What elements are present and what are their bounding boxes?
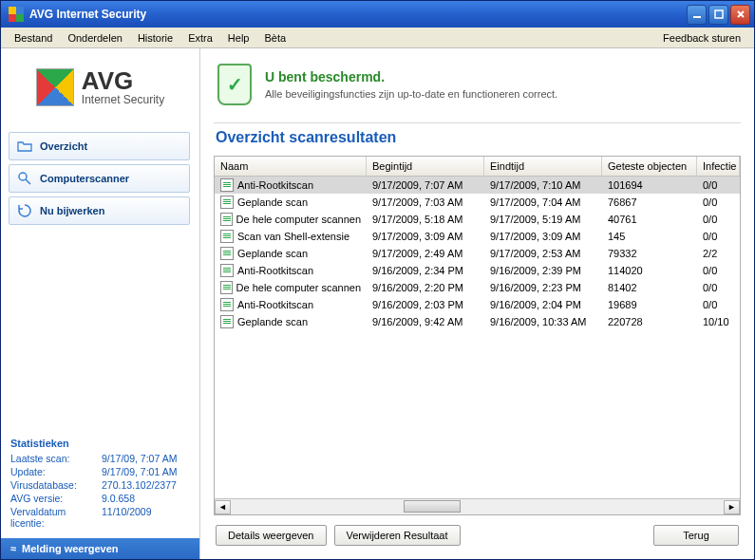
update-icon bbox=[17, 203, 32, 218]
table-row[interactable]: Geplande scan9/17/2009, 2:49 AM9/17/2009… bbox=[215, 245, 740, 262]
title-bar: AVG Internet Security bbox=[1, 1, 754, 28]
document-icon bbox=[220, 178, 234, 192]
cell-name: Geplande scan bbox=[215, 314, 367, 329]
col-begintijd[interactable]: Begintijd bbox=[367, 157, 484, 176]
col-infectie[interactable]: Infectie bbox=[697, 157, 740, 176]
cell-begin: 9/17/2009, 7:07 AM bbox=[367, 178, 484, 192]
horizontal-scrollbar[interactable]: ◄ ► bbox=[215, 498, 740, 514]
maximize-button[interactable] bbox=[708, 5, 728, 25]
table-row[interactable]: De hele computer scannen9/17/2009, 5:18 … bbox=[215, 211, 740, 228]
minimize-button[interactable] bbox=[687, 5, 707, 25]
table-row[interactable]: Scan van Shell-extensie9/17/2009, 3:09 A… bbox=[215, 228, 740, 245]
status-headline: U bent beschermd. bbox=[265, 69, 557, 84]
cell-end: 9/17/2009, 7:10 AM bbox=[484, 178, 602, 192]
cell-end: 9/16/2009, 2:23 PM bbox=[484, 281, 602, 294]
document-icon bbox=[220, 196, 234, 209]
scroll-thumb[interactable] bbox=[404, 500, 461, 513]
sidebar-item-nu-bijwerken[interactable]: Nu bijwerken bbox=[9, 196, 190, 225]
cell-infectie: 0/0 bbox=[697, 178, 740, 192]
scroll-right-button[interactable]: ► bbox=[724, 500, 740, 514]
stats-row: Update:9/17/09, 7:01 AM bbox=[10, 466, 190, 477]
logo-subtitle: Internet Security bbox=[82, 93, 164, 106]
sidebar-item-label: Computerscanner bbox=[40, 173, 129, 184]
page-title: Overzicht scanresultaten bbox=[214, 122, 741, 156]
content-area: Overzicht scanresultaten Naam Begintijd … bbox=[200, 122, 754, 559]
body-area: AVG Internet Security Overzicht Computer… bbox=[1, 48, 754, 559]
cell-begin: 9/17/2009, 3:09 AM bbox=[367, 230, 484, 243]
table-row[interactable]: Geplande scan9/17/2009, 7:03 AM9/17/2009… bbox=[215, 194, 740, 211]
col-eindtijd[interactable]: Eindtijd bbox=[484, 157, 602, 176]
menu-bar: Bestand Onderdelen Historie Extra Help B… bbox=[1, 28, 754, 48]
shield-check-icon: ✓ bbox=[217, 64, 252, 105]
stats-value: 270.13.102/2377 bbox=[102, 479, 177, 491]
document-icon bbox=[220, 213, 233, 226]
logo-icon bbox=[36, 68, 74, 106]
table-row[interactable]: Anti-Rootkitscan9/16/2009, 2:34 PM9/16/2… bbox=[215, 262, 740, 279]
table-row[interactable]: Geplande scan9/16/2009, 9:42 AM9/16/2009… bbox=[215, 313, 740, 330]
col-naam[interactable]: Naam bbox=[215, 157, 367, 176]
menu-beta[interactable]: Bèta bbox=[256, 29, 293, 47]
window-title: AVG Internet Security bbox=[29, 8, 687, 21]
col-geteste-objecten[interactable]: Geteste objecten bbox=[602, 157, 697, 176]
menu-bestand[interactable]: Bestand bbox=[7, 29, 60, 47]
status-subline: Alle beveiligingsfuncties zijn up-to-dat… bbox=[265, 88, 557, 100]
logo-title: AVG bbox=[82, 68, 164, 93]
table-row[interactable]: De hele computer scannen9/16/2009, 2:20 … bbox=[215, 279, 740, 296]
scroll-left-button[interactable]: ◄ bbox=[215, 500, 231, 514]
menu-extra[interactable]: Extra bbox=[180, 29, 220, 47]
stats-key: Virusdatabase: bbox=[10, 479, 102, 491]
cell-end: 9/16/2009, 2:39 PM bbox=[484, 264, 602, 277]
stats-key: Update: bbox=[10, 466, 102, 477]
melding-label: Melding weergeven bbox=[22, 543, 118, 554]
menu-help[interactable]: Help bbox=[220, 29, 257, 47]
cell-begin: 9/16/2009, 2:34 PM bbox=[367, 264, 484, 277]
document-icon bbox=[220, 298, 234, 311]
scroll-track[interactable] bbox=[231, 500, 724, 514]
cell-tested: 19689 bbox=[602, 298, 697, 311]
stats-row: Vervaldatum licentie:11/10/2009 bbox=[10, 506, 190, 529]
cell-begin: 9/17/2009, 5:18 AM bbox=[367, 213, 484, 226]
details-button[interactable]: Details weergeven bbox=[216, 525, 327, 546]
back-button[interactable]: Terug bbox=[653, 525, 739, 546]
cell-infectie: 0/0 bbox=[697, 264, 740, 277]
stats-value: 9/17/09, 7:01 AM bbox=[102, 466, 177, 477]
stats-key: Vervaldatum licentie: bbox=[10, 506, 102, 529]
menu-onderdelen[interactable]: Onderdelen bbox=[60, 29, 130, 47]
app-window: AVG Internet Security Bestand Onderdelen… bbox=[0, 0, 755, 560]
close-button[interactable] bbox=[730, 5, 750, 25]
menu-historie[interactable]: Historie bbox=[130, 29, 180, 47]
delete-result-button[interactable]: Verwijderen Resultaat bbox=[334, 525, 461, 546]
sidebar-item-overzicht[interactable]: Overzicht bbox=[9, 132, 190, 160]
cell-begin: 9/16/2009, 2:20 PM bbox=[367, 281, 484, 294]
cell-tested: 79332 bbox=[602, 247, 697, 260]
sidebar-item-computerscanner[interactable]: Computerscanner bbox=[9, 164, 190, 193]
sidebar-nav: Overzicht Computerscanner Nu bijwerken bbox=[1, 126, 199, 238]
stats-row: AVG versie:9.0.658 bbox=[10, 493, 190, 504]
cell-end: 9/16/2009, 2:04 PM bbox=[484, 298, 602, 311]
stats-row: Laatste scan:9/17/09, 7:07 AM bbox=[10, 453, 190, 464]
melding-bar[interactable]: ≈ Melding weergeven bbox=[1, 538, 199, 559]
logo: AVG Internet Security bbox=[1, 48, 199, 126]
table-row[interactable]: Anti-Rootkitscan9/16/2009, 2:03 PM9/16/2… bbox=[215, 296, 740, 313]
svg-point-9 bbox=[19, 173, 27, 180]
cell-begin: 9/16/2009, 2:03 PM bbox=[367, 298, 484, 311]
svg-rect-6 bbox=[715, 10, 723, 18]
cell-infectie: 0/0 bbox=[697, 230, 740, 243]
main-panel: ✓ U bent beschermd. Alle beveiligingsfun… bbox=[200, 48, 754, 559]
cell-infectie: 0/0 bbox=[697, 213, 740, 226]
sidebar-item-label: Nu bijwerken bbox=[40, 205, 104, 216]
cell-tested: 40761 bbox=[602, 213, 697, 226]
app-icon bbox=[9, 7, 24, 22]
svg-rect-4 bbox=[16, 14, 24, 22]
document-icon bbox=[220, 264, 234, 277]
cell-tested: 76867 bbox=[602, 196, 697, 209]
menu-feedback[interactable]: Feedback sturen bbox=[655, 29, 748, 47]
magnifier-icon bbox=[17, 171, 32, 186]
cell-end: 9/17/2009, 7:04 AM bbox=[484, 196, 602, 209]
svg-rect-2 bbox=[16, 7, 24, 14]
cell-name: Anti-Rootkitscan bbox=[215, 263, 367, 278]
status-banner: ✓ U bent beschermd. Alle beveiligingsfun… bbox=[200, 48, 754, 122]
table-row[interactable]: Anti-Rootkitscan9/17/2009, 7:07 AM9/17/2… bbox=[215, 177, 740, 194]
cell-name: Anti-Rootkitscan bbox=[215, 297, 367, 312]
stats-key: Laatste scan: bbox=[10, 453, 102, 464]
